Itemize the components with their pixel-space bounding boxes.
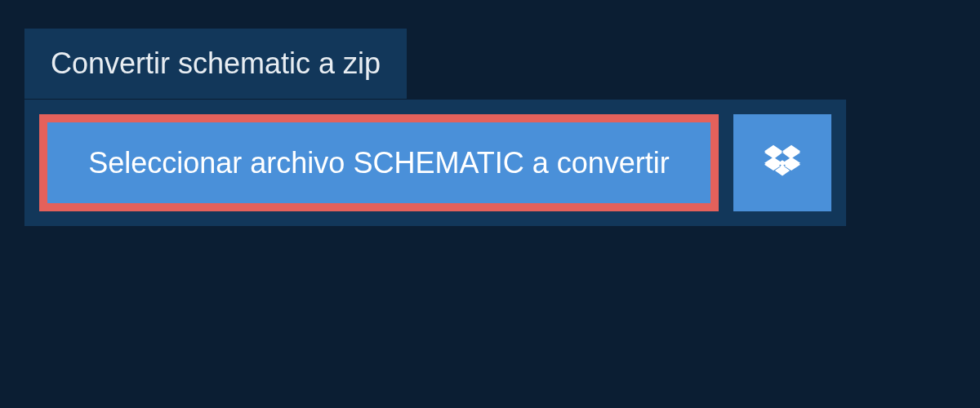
svg-marker-1: [782, 144, 800, 157]
converter-container: Convertir schematic a zip Seleccionar ar…: [0, 0, 980, 408]
dropbox-button[interactable]: [733, 114, 831, 211]
file-select-panel: Seleccionar archivo SCHEMATIC a converti…: [24, 100, 846, 226]
select-file-button[interactable]: Seleccionar archivo SCHEMATIC a converti…: [39, 114, 719, 211]
tab-title: Convertir schematic a zip: [51, 47, 381, 80]
converter-tab[interactable]: Convertir schematic a zip: [24, 29, 407, 99]
select-file-label: Seleccionar archivo SCHEMATIC a converti…: [88, 146, 670, 180]
dropbox-icon: [764, 144, 800, 183]
svg-marker-0: [764, 144, 782, 157]
